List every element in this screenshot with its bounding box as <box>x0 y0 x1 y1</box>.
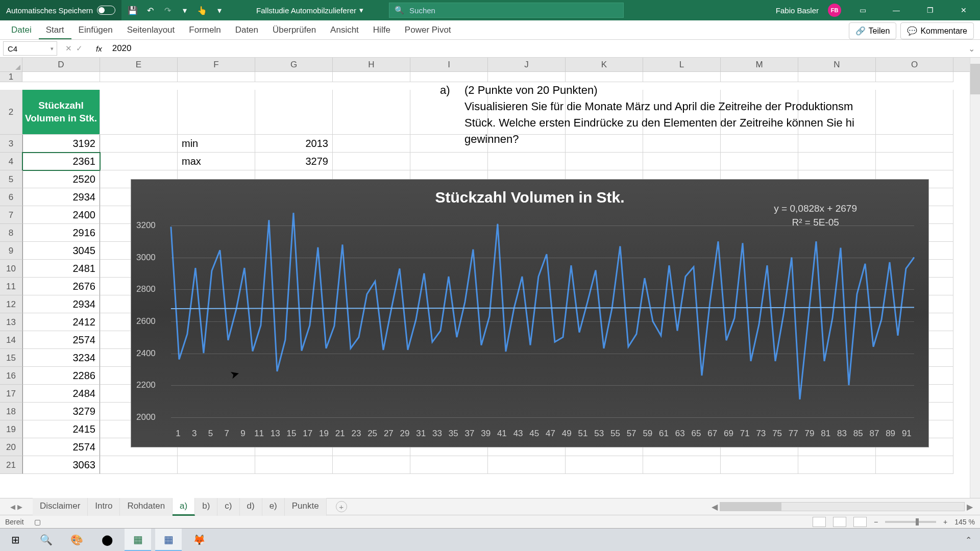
sheet-tab[interactable]: Intro <box>88 498 120 516</box>
cell[interactable] <box>100 72 178 82</box>
excel-icon[interactable]: ▦ <box>125 529 151 552</box>
tab-insert[interactable]: Einfügen <box>71 21 120 39</box>
cell[interactable] <box>333 72 410 82</box>
row-header[interactable]: 4 <box>0 153 22 170</box>
cell[interactable] <box>410 72 488 82</box>
cell[interactable]: 2916 <box>22 224 100 242</box>
cell[interactable] <box>876 135 953 153</box>
chart-object[interactable]: Stückzahl Volumen in Stk. y = 0,0828x + … <box>131 179 929 447</box>
app-icon[interactable]: 🎨 <box>63 529 90 552</box>
sheet-tab[interactable]: b) <box>195 498 217 516</box>
row-header[interactable]: 11 <box>0 278 22 295</box>
row-header[interactable]: 12 <box>0 295 22 313</box>
col-header[interactable]: H <box>333 58 410 71</box>
cell[interactable]: 2676 <box>22 278 100 295</box>
cell[interactable] <box>178 72 255 82</box>
cell[interactable] <box>643 153 721 170</box>
cell[interactable]: 2013 <box>255 135 333 153</box>
sheet-tab[interactable]: a) <box>173 498 195 516</box>
cell[interactable] <box>488 456 566 474</box>
sheet-tab[interactable]: Punkte <box>285 498 327 516</box>
cell[interactable] <box>333 135 410 153</box>
row-header[interactable]: 3 <box>0 135 22 153</box>
prev-sheet-icon[interactable]: ◀ <box>10 503 15 511</box>
col-header[interactable]: E <box>100 58 178 71</box>
more-icon[interactable]: ▾ <box>214 5 225 15</box>
sheet-tab[interactable]: d) <box>240 498 262 516</box>
cell[interactable]: 3234 <box>22 349 100 367</box>
col-header[interactable]: F <box>178 58 255 71</box>
col-header[interactable]: M <box>721 58 798 71</box>
cell[interactable] <box>22 72 100 82</box>
cell[interactable] <box>488 153 566 170</box>
cancel-icon[interactable]: ✕ <box>65 44 72 53</box>
cell[interactable]: min <box>178 135 255 153</box>
cell[interactable] <box>100 90 178 135</box>
cell[interactable] <box>410 153 488 170</box>
cell[interactable]: 3279 <box>255 153 333 170</box>
row-header[interactable]: 9 <box>0 242 22 260</box>
cell[interactable]: 2934 <box>22 188 100 206</box>
start-button[interactable]: ⊞ <box>2 529 29 552</box>
cell[interactable] <box>488 72 566 82</box>
tab-review[interactable]: Überprüfen <box>265 21 323 39</box>
row-header[interactable]: 5 <box>0 170 22 188</box>
fx-icon[interactable]: fx <box>91 44 107 53</box>
col-header[interactable]: K <box>566 58 643 71</box>
row-header[interactable]: 1 <box>0 72 22 82</box>
col-header[interactable]: O <box>876 58 953 71</box>
cell[interactable]: 2400 <box>22 206 100 224</box>
tab-help[interactable]: Hilfe <box>366 21 398 39</box>
formula-input[interactable]: 2020 <box>107 43 963 54</box>
tab-file[interactable]: Datei <box>4 21 39 39</box>
cell[interactable] <box>255 456 333 474</box>
word-icon[interactable]: ▦ <box>155 529 182 552</box>
zoom-slider[interactable] <box>885 521 936 523</box>
row-header[interactable]: 14 <box>0 331 22 349</box>
zoom-in-button[interactable]: + <box>943 518 947 526</box>
sheet-tab[interactable]: Rohdaten <box>120 498 173 516</box>
cell[interactable]: max <box>178 153 255 170</box>
tab-start[interactable]: Start <box>39 21 71 39</box>
cell[interactable] <box>876 456 953 474</box>
row-header[interactable]: 10 <box>0 260 22 278</box>
col-header[interactable]: J <box>488 58 566 71</box>
cell[interactable] <box>798 72 876 82</box>
cell[interactable] <box>566 456 643 474</box>
cell[interactable] <box>100 153 178 170</box>
horizontal-scrollbar[interactable] <box>720 502 965 511</box>
col-header[interactable]: D <box>22 58 100 71</box>
scroll-right-icon[interactable]: ▶ <box>967 502 973 512</box>
tab-data[interactable]: Daten <box>228 21 265 39</box>
cell[interactable] <box>255 72 333 82</box>
cell[interactable]: 3192 <box>22 135 100 153</box>
select-all-corner[interactable] <box>0 58 22 71</box>
touch-icon[interactable]: 👆 <box>197 5 207 15</box>
cell[interactable] <box>333 90 410 135</box>
cell[interactable] <box>798 456 876 474</box>
cell[interactable]: 2520 <box>22 170 100 188</box>
col-header[interactable]: L <box>643 58 721 71</box>
zoom-out-button[interactable]: − <box>874 518 878 526</box>
tab-formulas[interactable]: Formeln <box>182 21 228 39</box>
cell[interactable] <box>876 90 953 135</box>
cell[interactable] <box>255 90 333 135</box>
document-title[interactable]: Fallstudie Automobilzulieferer▾ <box>231 6 389 15</box>
share-button[interactable]: 🔗Teilen <box>849 22 897 39</box>
cell[interactable] <box>721 72 798 82</box>
cell[interactable] <box>721 456 798 474</box>
cell[interactable]: 3279 <box>22 403 100 420</box>
ribbon-mode-icon[interactable]: ▭ <box>850 0 875 20</box>
col-header[interactable]: I <box>410 58 488 71</box>
add-sheet-button[interactable]: + <box>336 501 347 512</box>
obs-icon[interactable]: ⬤ <box>94 529 120 552</box>
cell[interactable]: 2934 <box>22 295 100 313</box>
cell[interactable] <box>333 456 410 474</box>
page-layout-button[interactable] <box>833 517 846 527</box>
cell[interactable]: Stückzahl Volumen in Stk. <box>22 90 100 135</box>
close-icon[interactable]: ✕ <box>951 0 976 20</box>
user-avatar[interactable]: FB <box>828 4 841 17</box>
cell[interactable] <box>100 456 178 474</box>
toggle-switch[interactable] <box>97 6 115 15</box>
show-desktop-icon[interactable]: ⌃ <box>965 535 972 545</box>
